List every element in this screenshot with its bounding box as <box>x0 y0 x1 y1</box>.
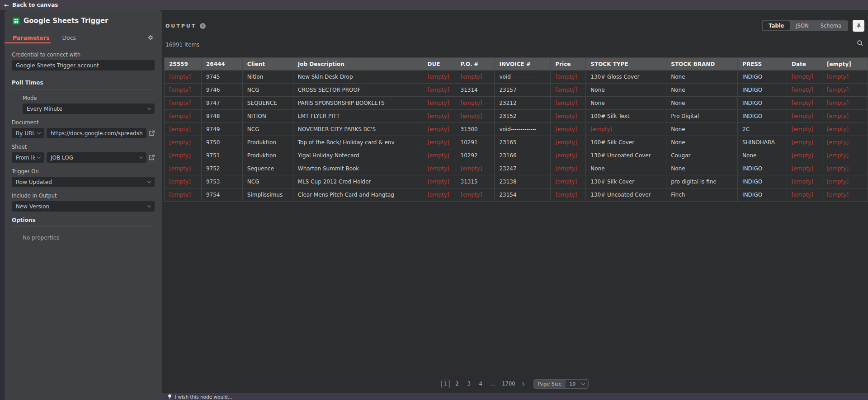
options-heading: Options <box>12 217 155 223</box>
table-cell: None <box>666 84 738 97</box>
document-url-input[interactable]: https://docs.google.com/spreadsheets/d/1… <box>47 128 146 138</box>
active-tab-underline <box>5 42 51 43</box>
document-mode-select[interactable]: By URL <box>12 128 44 138</box>
column-header: INVOICE # <box>495 58 551 71</box>
table-cell: None <box>738 149 787 162</box>
column-header: Client <box>242 58 293 71</box>
table-cell: [empty] <box>551 123 586 136</box>
page-button[interactable]: 4 <box>476 380 485 388</box>
tab-docs[interactable]: Docs <box>62 34 76 41</box>
trigger-on-value: Row Updated <box>16 179 145 185</box>
table-cell: 130# Uncoated Cover <box>586 149 666 162</box>
table-cell: NCG <box>242 123 293 136</box>
page-button[interactable]: 3 <box>465 380 473 388</box>
back-to-canvas-button[interactable]: Back to canvas <box>12 2 58 8</box>
table-cell: 9748 <box>201 110 242 123</box>
table-cell: [empty] <box>551 71 586 84</box>
table-cell: [empty] <box>165 110 202 123</box>
column-header: STOCK TYPE <box>586 58 666 71</box>
table-cell: [empty] <box>551 136 586 149</box>
external-link-icon[interactable] <box>149 155 155 160</box>
table-cell: [empty] <box>165 84 202 97</box>
arrow-left-icon: ← <box>4 2 9 8</box>
table-cell: 9747 <box>201 97 242 110</box>
info-icon[interactable]: i <box>200 23 206 29</box>
table-cell: [empty] <box>551 110 586 123</box>
view-tab-json[interactable]: JSON <box>790 21 814 30</box>
table-cell: Pro Digital <box>666 110 738 123</box>
table-cell: 9752 <box>201 162 242 175</box>
feedback-bar[interactable]: I wish this node would... <box>162 393 868 400</box>
table-cell: [empty] <box>787 149 822 162</box>
page-button[interactable]: 1700 <box>500 380 517 388</box>
page-button[interactable]: 1 <box>441 380 450 388</box>
table-cell: [empty] <box>586 123 666 136</box>
table-cell: Nition <box>242 71 293 84</box>
document-label: Document <box>12 119 155 126</box>
table-cell: void------------- <box>495 123 551 136</box>
table-cell: 23165 <box>495 136 551 149</box>
table-cell: [empty] <box>787 84 822 97</box>
credential-value: Google Sheets Trigger account <box>16 62 151 69</box>
credential-select[interactable]: Google Sheets Trigger account <box>12 60 155 71</box>
table-cell: INDIGO <box>738 188 787 202</box>
next-page-icon[interactable] <box>520 382 524 386</box>
table-row: [empty]9754SimplissimusClear Mens Pitch … <box>165 188 868 202</box>
table-cell: [empty] <box>822 97 868 110</box>
document-mode-value: By URL <box>16 130 35 136</box>
feedback-text: I wish this node would... <box>175 394 232 400</box>
table-cell: 130# Silk Cover <box>586 175 666 188</box>
table-cell: 23212 <box>495 97 551 110</box>
node-title: Google Sheets Trigger <box>24 17 108 25</box>
view-tab-schema[interactable]: Schema <box>815 21 847 30</box>
search-icon[interactable] <box>857 40 863 47</box>
table-cell: INDIGO <box>738 110 787 123</box>
page-size-label: Page Size <box>534 380 566 388</box>
table-cell: [empty] <box>822 123 868 136</box>
table-row: [empty]9745NitionNew Skin Desk Drop[empt… <box>165 71 868 84</box>
table-cell: None <box>666 136 738 149</box>
table-cell: 23138 <box>495 175 551 188</box>
table-cell: Yigal Holiday Notecard <box>293 149 423 162</box>
parameters-form: Credential to connect with Google Sheets… <box>5 43 162 241</box>
table-cell: [empty] <box>551 149 586 162</box>
output-title: OUTPUT <box>165 23 196 29</box>
pagination-ellipsis: … <box>488 380 497 388</box>
table-cell: [empty] <box>822 110 868 123</box>
column-header: Price <box>551 58 586 71</box>
table-cell: None <box>666 71 738 84</box>
table-cell: 9746 <box>201 84 242 97</box>
table-row: [empty]9749NCGNOVEMBER CITY PARKS BC'S[e… <box>165 123 868 136</box>
external-link-icon[interactable] <box>149 130 155 136</box>
output-panel: OUTPUT i Table JSON Schema 16991 items <box>162 10 868 393</box>
table-cell: 9750 <box>201 136 242 149</box>
column-header: 25559 <box>165 58 202 71</box>
table-cell: [empty] <box>165 149 202 162</box>
include-in-output-select[interactable]: New Version <box>12 201 155 212</box>
sheet-mode-select[interactable]: From list <box>12 152 44 163</box>
tab-parameters[interactable]: Parameters <box>13 34 49 41</box>
table-cell: [empty] <box>551 162 586 175</box>
table-cell: NCG <box>242 84 293 97</box>
pin-data-button[interactable] <box>853 20 864 32</box>
trigger-on-select[interactable]: Row Updated <box>12 177 155 187</box>
include-in-output-label: Include in Output <box>12 193 155 199</box>
table-row: [empty]9751ProduktionYigal Holiday Notec… <box>165 149 868 162</box>
table-cell: [empty] <box>822 149 868 162</box>
gear-icon[interactable] <box>147 34 154 41</box>
page-size-select[interactable]: 10 <box>566 380 588 388</box>
table-cell: 31315 <box>456 175 495 188</box>
view-tab-table[interactable]: Table <box>763 21 790 30</box>
table-cell: [empty] <box>423 84 456 97</box>
table-cell: [empty] <box>423 149 456 162</box>
column-header: PRESS <box>738 58 787 71</box>
mode-select[interactable]: Every Minute <box>23 104 155 114</box>
table-cell: None <box>666 123 738 136</box>
sheet-select[interactable]: JOB LOG <box>47 152 146 163</box>
table-cell: [empty] <box>165 136 202 149</box>
page-button[interactable]: 2 <box>453 380 462 388</box>
table-cell: [empty] <box>423 136 456 149</box>
table-cell: [empty] <box>456 71 495 84</box>
table-cell: [empty] <box>787 71 822 84</box>
table-cell: Produktion <box>242 149 293 162</box>
